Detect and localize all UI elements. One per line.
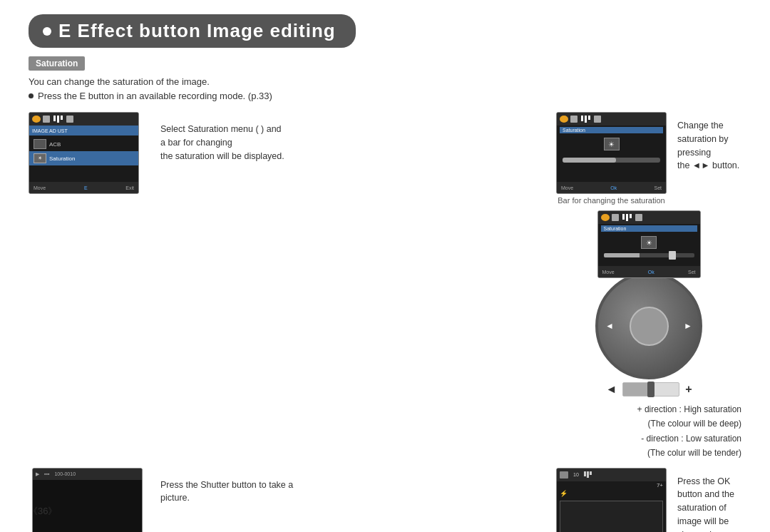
cam-menu-bar-1: IMAGE AD UST bbox=[29, 126, 138, 135]
cam2-ok: Ok bbox=[610, 185, 617, 190]
cam2-icon2 bbox=[570, 116, 578, 123]
description-line2: Press the E button in an available recor… bbox=[38, 91, 272, 101]
prev-mode-row: 7+ bbox=[557, 481, 666, 489]
photo-info: 100-0010 bbox=[54, 471, 76, 476]
dir-line1: + direction : High saturation bbox=[637, 404, 741, 414]
page-container: E Effect button Image editing Saturation… bbox=[0, 0, 770, 532]
prev-flash: ⚡ bbox=[560, 490, 568, 497]
left-col-2: ▶ ▪▪▪ 100-0010 [Final Image] bbox=[29, 468, 146, 532]
cam2-bottom-left: Move bbox=[561, 185, 573, 190]
cam3-icon3 bbox=[635, 214, 642, 221]
mid-col-2: Press the Shutter button to take a pictu… bbox=[160, 468, 542, 532]
header-section: E Effect button Image editing bbox=[29, 14, 741, 48]
cam-items: ACB ☀ Saturation bbox=[29, 135, 138, 167]
cam-bottom-right-1: Exit bbox=[125, 185, 134, 190]
right-col-1-inner: Saturation ☀ Move bbox=[556, 112, 741, 205]
cam-bottom-bar-2: Move Ok Set bbox=[557, 182, 666, 193]
cam3-bars bbox=[622, 214, 632, 221]
instr-right-1: Change the saturation by pressing the ◄►… bbox=[677, 119, 741, 173]
instr-r1-line1: Change the saturation by pressing bbox=[677, 121, 729, 158]
page-title: E Effect button Image editing bbox=[58, 20, 336, 42]
dir-line4: (The colur will be tender) bbox=[647, 448, 741, 458]
section-row-2: ▶ ▪▪▪ 100-0010 [Final Image] Press the S… bbox=[29, 468, 741, 532]
sat-bar-track bbox=[563, 158, 660, 163]
mid-col-1: Select Saturation menu ( ) and a bar for… bbox=[160, 112, 542, 461]
cam-bottom-e: E bbox=[84, 185, 88, 190]
nav-dial-wrapper: ◄ ► ◄ + bbox=[595, 272, 702, 397]
slider-track[interactable] bbox=[622, 382, 679, 397]
cam2-caption: Bar for changing the saturation bbox=[558, 196, 664, 205]
section-row-1: IMAGE AD UST ACB ☀ Saturation Mov bbox=[29, 112, 741, 461]
right-col-2: 10 7+ ⚡ 01:00 PM bbox=[556, 468, 741, 532]
camera-screen-preview: 10 7+ ⚡ 01:00 PM bbox=[556, 468, 667, 532]
ok-instruction: Press the OK button and the saturation o… bbox=[677, 468, 741, 532]
cam3-bottom-right: Set bbox=[688, 270, 696, 275]
cam-bottom-left-1: Move bbox=[34, 185, 46, 190]
prev-flash-row: ⚡ bbox=[557, 489, 666, 498]
cam3-sat-label: Saturation bbox=[601, 225, 697, 232]
cam-menu-title: IMAGE AD UST bbox=[32, 128, 68, 133]
plus-icon: + bbox=[685, 383, 692, 396]
left-col-1: IMAGE AD UST ACB ☀ Saturation Mov bbox=[29, 112, 146, 461]
direction-info: + direction : High saturation (The colou… bbox=[556, 402, 741, 461]
nav-dial[interactable]: ◄ ► bbox=[595, 272, 702, 379]
page-num-label: 《36》 bbox=[29, 506, 57, 516]
prev-mode: 7+ bbox=[657, 482, 663, 488]
prev-icon1 bbox=[560, 471, 568, 479]
page-number: 《36》 bbox=[29, 505, 57, 518]
cam-icon-2 bbox=[43, 116, 50, 123]
header-dot bbox=[43, 27, 51, 36]
cam2-icon3 bbox=[594, 116, 601, 123]
right-col-1: Saturation ☀ Move bbox=[556, 112, 741, 461]
instr-1-line3: the saturation will be displayed. bbox=[160, 151, 284, 161]
instruction-2: Press the Shutter button to take a pictu… bbox=[160, 479, 303, 506]
instr-2-line1: Press the Shutter button to take a bbox=[160, 480, 293, 490]
cam3-dial-section: Saturation ☀ Move Ok bbox=[595, 210, 702, 397]
saturation-slider-row: ◄ + bbox=[595, 382, 702, 397]
bullet-dot bbox=[29, 93, 34, 98]
right-instruction-1: Change the saturation by pressing the ◄►… bbox=[677, 112, 741, 173]
cam-top-bar-1 bbox=[29, 113, 138, 126]
prev-num: 10 bbox=[573, 472, 579, 477]
cam-preview-wrapper: 10 7+ ⚡ 01:00 PM bbox=[556, 468, 667, 532]
photo-top-bar: ▶ ▪▪▪ 100-0010 bbox=[33, 469, 142, 480]
nav-right-arrow: ► bbox=[684, 321, 692, 331]
sat-bar-fill bbox=[563, 158, 616, 163]
cam-bars bbox=[53, 116, 63, 123]
prev-bars bbox=[584, 471, 592, 478]
camera-screen-2: Saturation ☀ Move bbox=[556, 112, 667, 194]
camera-screen-photo: ▶ ▪▪▪ 100-0010 bbox=[32, 468, 143, 532]
cam-screen-2-wrapper: Saturation ☀ Move bbox=[556, 112, 667, 205]
cam3-bottom-left: Move bbox=[602, 270, 615, 275]
dir-line3: - direction : Low saturation bbox=[641, 434, 741, 444]
cam2-bottom-right: Set bbox=[654, 185, 662, 190]
cam2-sat-label: Saturation bbox=[560, 127, 663, 133]
minus-icon: ◄ bbox=[605, 383, 617, 396]
cam3-top-bar bbox=[598, 211, 700, 224]
photo-icon-play: ▶ bbox=[36, 471, 39, 477]
cam3-ok: Ok bbox=[648, 270, 654, 275]
cam-bottom-bar-1: Move E Exit bbox=[29, 182, 138, 193]
instr-1-line1: Select Saturation menu ( ) and bbox=[160, 124, 282, 134]
cam-icon-1 bbox=[32, 116, 41, 123]
dir-line2: (The colour will be deep) bbox=[648, 419, 741, 429]
instr-1-line2: a bar for changing bbox=[160, 138, 232, 148]
preview-top-bar: 10 bbox=[557, 469, 666, 481]
cam2-icon-area: ☀ bbox=[557, 135, 666, 153]
cam-top-bar-2 bbox=[557, 113, 666, 126]
bullet-text: Press the E button in an available recor… bbox=[29, 91, 741, 101]
camera-screen-3: Saturation ☀ Move Ok bbox=[597, 210, 701, 278]
instr-2-line2: picture. bbox=[160, 493, 190, 503]
ok-line2: saturation of image will be changed. bbox=[677, 503, 729, 532]
cam3-icon2 bbox=[612, 214, 619, 221]
instruction-1: Select Saturation menu ( ) and a bar for… bbox=[160, 123, 303, 163]
cam3-slider-area bbox=[598, 253, 700, 257]
instr-ok: Press the OK button and the saturation o… bbox=[677, 475, 741, 532]
cam2-icon1 bbox=[560, 116, 568, 123]
cam-icon-3 bbox=[66, 116, 73, 123]
nav-left-arrow: ◄ bbox=[605, 321, 614, 331]
cam-item-1: ACB bbox=[29, 137, 138, 151]
section-badge: Saturation bbox=[29, 56, 85, 71]
prev-image-area bbox=[560, 501, 663, 532]
cam3-icon1 bbox=[601, 214, 610, 221]
